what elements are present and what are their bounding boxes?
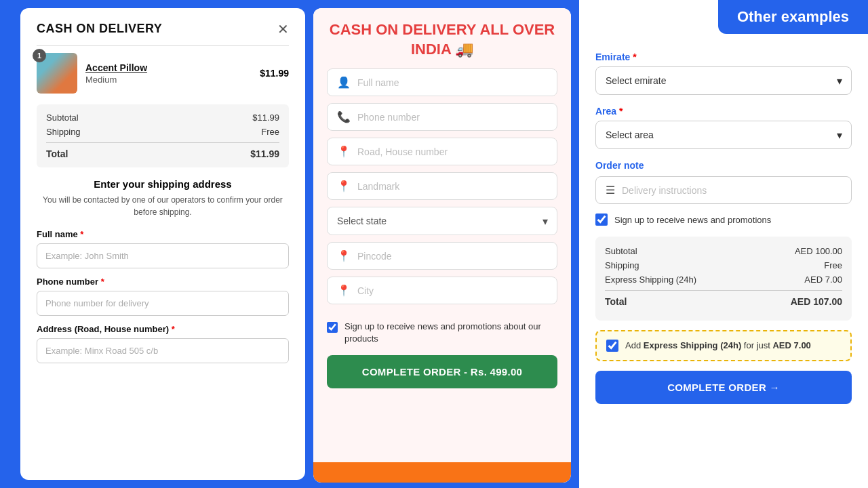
middle-fullname-input[interactable] (357, 77, 547, 88)
subtotal-label: Subtotal (46, 113, 79, 123)
express-shipping-checkbox[interactable] (606, 340, 618, 352)
product-row: 1 Accent Pillow Medium $11.99 (37, 53, 289, 94)
area-select[interactable]: Select area (595, 121, 852, 149)
full-name-label: Full name * (37, 229, 289, 239)
full-name-field: Full name * (37, 229, 289, 277)
right-total-value: AED 107.00 (791, 296, 842, 307)
phone-number-label: Phone number * (37, 277, 289, 287)
location-icon-1: 📍 (337, 145, 351, 158)
middle-signup-checkbox[interactable] (327, 322, 338, 333)
right-express-row: Express Shipping (24h) AED 7.00 (605, 274, 842, 285)
middle-orange-bar (313, 462, 571, 483)
address-input[interactable] (37, 338, 289, 363)
product-price: $11.99 (260, 68, 289, 79)
full-name-row: 👤 (327, 68, 557, 96)
left-panel-header: CASH ON DELIVERY ✕ (37, 22, 289, 36)
full-name-input[interactable] (37, 243, 289, 268)
middle-phone-input[interactable] (357, 112, 547, 123)
right-content: Emirate * Select emirate ▾ Area * Select… (579, 38, 868, 418)
middle-landmark-input[interactable] (357, 181, 547, 192)
express-shipping-box: Add Express Shipping (24h) for just AED … (595, 330, 852, 361)
phone-number-field: Phone number * (37, 277, 289, 324)
person-icon: 👤 (337, 76, 351, 89)
right-subtotal-value: AED 100.00 (795, 246, 842, 256)
shipping-heading: Enter your shipping address (37, 178, 289, 190)
summary-table: Subtotal $11.99 Shipping Free Total $11.… (37, 104, 289, 167)
shipping-value: Free (261, 127, 279, 137)
right-complete-button[interactable]: COMPLETE ORDER → (595, 371, 852, 404)
other-examples-banner: Other examples (718, 0, 868, 34)
middle-checkbox-row: Sign up to receive news and promotions a… (313, 321, 571, 345)
location-icon-4: 📍 (337, 284, 351, 297)
shipping-label: Shipping (46, 127, 81, 137)
product-badge: 1 (33, 49, 46, 62)
middle-title: CASH ON DELIVERY ALL OVER INDIA 🚚 (327, 20, 557, 59)
right-shipping-label: Shipping (605, 260, 639, 270)
right-shipping-value: Free (824, 260, 842, 270)
middle-panel: CASH ON DELIVERY ALL OVER INDIA 🚚 👤 📞 📍 … (313, 8, 571, 483)
order-note-label: Order note (595, 160, 852, 171)
total-value: $11.99 (250, 148, 279, 159)
middle-complete-button[interactable]: COMPLETE ORDER - Rs. 499.00 (327, 355, 557, 388)
total-row: Total $11.99 (46, 148, 279, 159)
express-bold: Express Shipping (24h) (644, 340, 741, 350)
location-icon-2: 📍 (337, 180, 351, 192)
state-select[interactable]: Select state (327, 207, 557, 235)
emirate-select[interactable]: Select emirate (595, 66, 852, 95)
total-label: Total (46, 148, 68, 159)
middle-header: CASH ON DELIVERY ALL OVER INDIA 🚚 (313, 8, 571, 68)
shipping-section: Enter your shipping address You will be … (37, 178, 289, 218)
product-name: Accent Pillow (85, 62, 147, 73)
right-panel: Other examples Emirate * Select emirate … (579, 0, 868, 488)
city-row: 📍 (327, 277, 557, 304)
phone-row: 📞 (327, 103, 557, 131)
emirate-select-wrap: Select emirate ▾ (595, 66, 852, 95)
subtotal-value: $11.99 (252, 113, 279, 123)
middle-signup-label: Sign up to receive news and promotions a… (344, 321, 557, 345)
left-panel: CASH ON DELIVERY ✕ 1 Accent Pillow Mediu… (20, 8, 305, 480)
location-icon-3: 📍 (337, 249, 351, 262)
close-button[interactable]: ✕ (277, 22, 289, 36)
summary-divider (46, 142, 279, 143)
menu-icon: ☰ (606, 184, 615, 197)
shipping-desc: You will be contacted by one of our oper… (37, 194, 289, 218)
product-variant: Medium (85, 75, 147, 85)
left-panel-title: CASH ON DELIVERY (37, 22, 162, 36)
express-shipping-text: Add Express Shipping (24h) for just AED … (625, 340, 811, 352)
right-summary-divider (605, 290, 842, 291)
right-signup-label: Sign up to receive news and promotions (614, 215, 771, 225)
right-summary: Subtotal AED 100.00 Shipping Free Expres… (595, 237, 852, 321)
express-amount: AED 7.00 (772, 340, 810, 350)
delivery-input-row: ☰ (595, 176, 852, 204)
middle-road-input[interactable] (357, 146, 547, 157)
middle-pincode-input[interactable] (357, 251, 547, 262)
area-select-wrap: Select area ▾ (595, 121, 852, 149)
right-subtotal-label: Subtotal (605, 246, 637, 256)
header-divider (37, 45, 289, 46)
right-shipping-row: Shipping Free (605, 260, 842, 270)
right-signup-row: Sign up to receive news and promotions (595, 214, 852, 226)
shipping-row: Shipping Free (46, 127, 279, 137)
right-express-label: Express Shipping (24h) (605, 274, 696, 285)
right-subtotal-row: Subtotal AED 100.00 (605, 246, 842, 256)
address-label: Address (Road, House number) * (37, 324, 289, 334)
right-signup-checkbox[interactable] (595, 214, 608, 226)
emirate-label: Emirate * (595, 52, 852, 62)
road-row: 📍 (327, 138, 557, 165)
product-info: Accent Pillow Medium (85, 62, 147, 85)
delivery-input[interactable] (622, 185, 842, 196)
middle-form: 👤 📞 📍 📍 Select state ▾ 📍 📍 (313, 68, 571, 321)
phone-number-input[interactable] (37, 291, 289, 316)
middle-city-input[interactable] (357, 285, 547, 296)
address-field: Address (Road, House number) * (37, 324, 289, 371)
area-label: Area * (595, 106, 852, 117)
phone-icon: 📞 (337, 110, 351, 123)
right-total-label: Total (605, 296, 627, 307)
pincode-row: 📍 (327, 242, 557, 270)
state-select-wrap: Select state ▾ (327, 207, 557, 235)
subtotal-row: Subtotal $11.99 (46, 113, 279, 123)
product-image-wrap: 1 (37, 53, 77, 94)
right-express-value: AED 7.00 (804, 274, 842, 285)
landmark-row: 📍 (327, 172, 557, 200)
right-total-row: Total AED 107.00 (605, 296, 842, 307)
